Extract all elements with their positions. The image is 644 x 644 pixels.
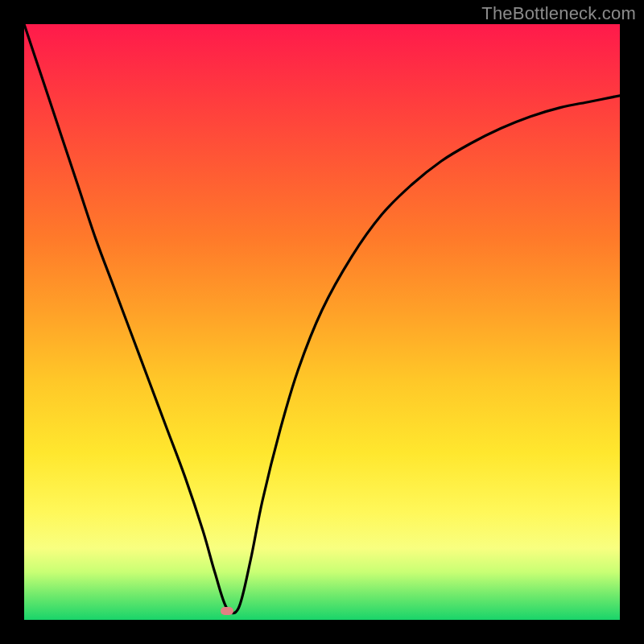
bottleneck-curve	[24, 24, 620, 620]
min-marker	[221, 607, 233, 615]
plot-area	[24, 24, 620, 620]
chart-stage: TheBottleneck.com	[0, 0, 644, 644]
attribution-label: TheBottleneck.com	[481, 3, 636, 24]
